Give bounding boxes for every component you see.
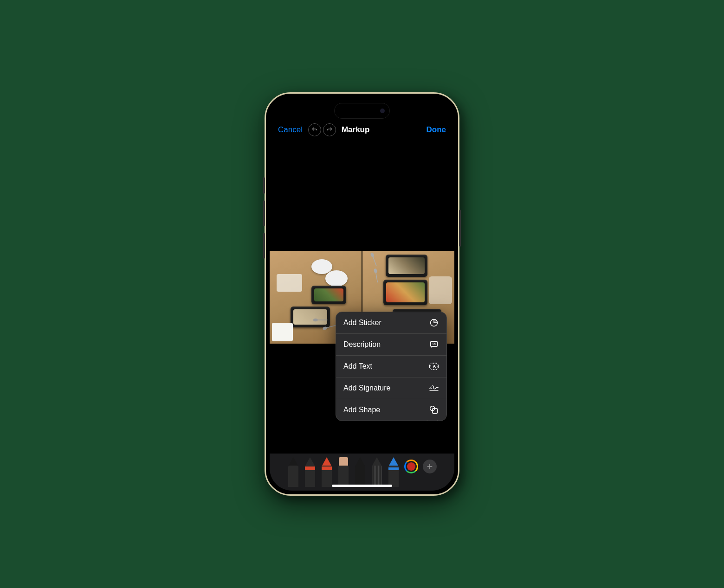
menu-label: Add Shape (343, 406, 380, 414)
screen: Cancel Markup Done (270, 97, 454, 491)
cancel-button[interactable]: Cancel (278, 125, 303, 134)
add-menu-popup: Add Sticker Description 99 Add Text A (336, 312, 447, 421)
menu-label: Add Signature (343, 384, 390, 392)
done-button[interactable]: Done (427, 125, 446, 134)
pencil-tool[interactable] (321, 457, 333, 487)
page-title: Markup (342, 125, 369, 134)
sticker-icon (429, 318, 439, 328)
svg-point-2 (323, 326, 328, 331)
svg-text:99: 99 (433, 342, 436, 346)
svg-rect-1 (317, 320, 327, 320)
add-button[interactable] (423, 460, 437, 473)
menu-label: Description (343, 340, 381, 349)
shape-icon (429, 405, 439, 415)
home-indicator[interactable] (332, 485, 392, 487)
undo-button[interactable] (308, 123, 321, 136)
description-item[interactable]: Description 99 (336, 334, 446, 356)
ruler-tool[interactable] (371, 457, 383, 487)
svg-rect-5 (375, 272, 378, 282)
text-icon: A (429, 361, 439, 371)
iphone-frame: Cancel Markup Done (265, 92, 459, 496)
add-text-item[interactable]: Add Text A (336, 356, 446, 377)
menu-label: Add Sticker (343, 319, 381, 327)
description-icon: 99 (429, 339, 439, 350)
signature-icon (429, 383, 439, 393)
crayon-tool[interactable] (388, 457, 400, 487)
eraser-tool[interactable] (337, 457, 349, 487)
pen-tool[interactable] (287, 457, 299, 487)
lasso-tool[interactable] (354, 457, 366, 487)
menu-label: Add Text (343, 362, 372, 371)
canvas-area[interactable]: Add Sticker Description 99 Add Text A (270, 141, 454, 454)
add-sticker-item[interactable]: Add Sticker (336, 312, 446, 334)
dynamic-island (334, 103, 390, 119)
color-picker[interactable] (404, 460, 418, 473)
redo-button[interactable] (323, 123, 336, 136)
add-signature-item[interactable]: Add Signature (336, 377, 446, 399)
add-shape-item[interactable]: Add Shape (336, 399, 446, 421)
marker-tool[interactable] (304, 457, 316, 487)
svg-text:A: A (433, 364, 436, 369)
